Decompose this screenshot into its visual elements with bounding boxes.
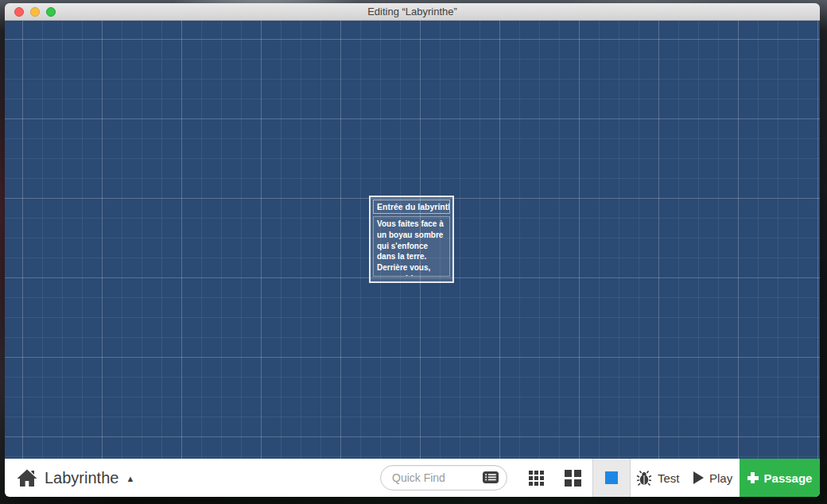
window-title: Editing “Labyrinthe” [367,6,457,17]
home-icon [17,468,37,487]
keyboard-icon [483,471,499,487]
add-passage-button[interactable]: Passage [740,459,820,497]
zoom-level-small-button[interactable] [520,459,552,497]
zoom-level-medium-button[interactable] [557,459,588,497]
minimize-button[interactable] [30,7,40,17]
zoom-button[interactable] [46,7,56,17]
play-icon [693,471,704,484]
test-button[interactable]: Test [636,459,680,497]
twine-window: Editing “Labyrinthe” Entrée du labyrinth… [5,3,820,497]
passage-excerpt: Vous faites face à un boyau sombre qui s… [373,216,450,277]
play-button[interactable]: Play [693,459,732,497]
story-menu[interactable]: Labyrinthe ▲ [45,459,134,497]
plus-icon [747,472,759,483]
titlebar: Editing “Labyrinthe” [5,3,820,21]
home-button[interactable] [14,459,40,497]
quick-find [380,465,507,490]
bug-icon [636,470,652,487]
story-map-canvas[interactable]: Entrée du labyrinthe Vous faites face à … [5,21,820,459]
passage-title: Entrée du labyrinthe [373,200,450,214]
square-icon [605,471,618,484]
play-label: Play [709,471,732,485]
zoom-level-full-button[interactable] [592,459,631,497]
story-title: Labyrinthe [45,469,118,487]
add-passage-label: Passage [764,471,813,485]
chevron-up-icon: ▲ [126,472,134,483]
close-button[interactable] [14,7,24,17]
test-label: Test [658,471,680,485]
grid-2x2-icon [565,470,581,487]
bottom-toolbar: Labyrinthe ▲ [5,459,820,497]
traffic-lights [14,3,56,21]
grid-3x3-icon [529,471,544,486]
passage-card[interactable]: Entrée du labyrinthe Vous faites face à … [369,196,454,283]
